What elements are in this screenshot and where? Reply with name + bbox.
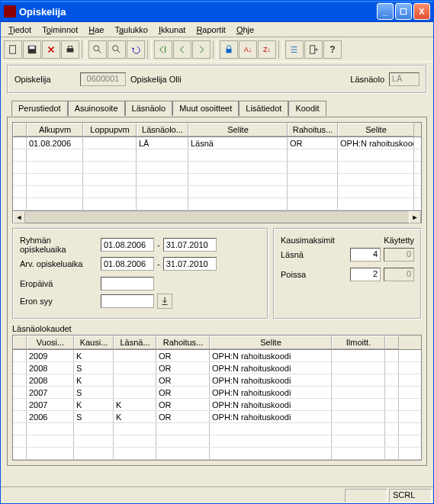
table-cell [114, 435, 156, 447]
delete-button[interactable] [42, 40, 60, 59]
table-cell [332, 362, 385, 374]
ryhma-from-input[interactable] [101, 238, 154, 252]
table-row[interactable] [13, 174, 421, 186]
column-header[interactable]: Rahoitus... [288, 123, 338, 136]
list-button[interactable] [285, 40, 304, 59]
column-header[interactable] [13, 123, 27, 136]
menu-raportit[interactable]: Raportit [191, 24, 230, 36]
column-header[interactable]: Ilmoitt. [332, 335, 385, 349]
column-header[interactable]: Rahoitus... [156, 335, 210, 349]
menu-toiminnot[interactable]: Toiminnot [37, 24, 82, 36]
column-header[interactable] [385, 335, 399, 349]
table-cell [338, 186, 414, 197]
help-button[interactable]: ? [323, 40, 342, 59]
table-cell [27, 198, 83, 210]
scroll-track[interactable] [25, 211, 409, 223]
menu-tiedot[interactable]: Tiedot [4, 24, 36, 36]
ryhma-label: Ryhmän opiskeluaika [20, 236, 98, 254]
table-row[interactable]: 01.08.2006LÄLäsnäOROPH:N rahoituskoodi [13, 137, 421, 149]
menu-taulukko[interactable]: Taulukko [110, 24, 152, 36]
new-button[interactable] [4, 40, 22, 59]
column-header[interactable]: Kausi... [74, 335, 114, 349]
maximize-button[interactable]: ☐ [395, 3, 412, 20]
lock-button[interactable] [220, 40, 238, 59]
arv-from-input[interactable] [101, 257, 154, 271]
periods-grid: Vuosi...Kausi...Läsnä...Rahoitus...Selit… [12, 335, 422, 461]
table-cell: OPH:N rahoituskoodi [210, 350, 332, 361]
table-row[interactable]: 2009KOROPH:N rahoituskoodi [13, 350, 421, 362]
first-button[interactable] [154, 40, 172, 59]
table-row[interactable]: 2008KOROPH:N rahoituskoodi [13, 374, 421, 387]
tab-perustiedot[interactable]: Perustiedot [11, 101, 68, 116]
table-cell [74, 423, 114, 435]
column-header[interactable]: Selite [338, 123, 414, 136]
table-row[interactable] [13, 448, 421, 460]
undo-button[interactable] [127, 40, 145, 59]
statusbar: SCRL [1, 486, 433, 503]
presence-code-field[interactable]: LÄ [389, 72, 420, 86]
grid-scrollbar[interactable]: ◄ ► [13, 210, 421, 223]
print-button[interactable] [61, 40, 79, 59]
ryhma-to-input[interactable] [163, 238, 217, 252]
zoom-out-button[interactable] [108, 40, 126, 59]
table-cell [332, 448, 385, 459]
arv-to-input[interactable] [163, 257, 217, 271]
table-cell: K [74, 399, 114, 410]
column-header[interactable]: Selite [210, 335, 332, 349]
table-cell [156, 448, 210, 459]
menu-hae[interactable]: Hae [84, 24, 108, 36]
student-id-field[interactable]: 0600001 [80, 72, 126, 86]
column-header[interactable] [13, 335, 27, 349]
scroll-right-button[interactable]: ► [409, 211, 421, 223]
column-header[interactable]: Vuosi... [27, 335, 74, 349]
table-cell [332, 423, 385, 435]
column-header[interactable]: Läsnäolo... [137, 123, 188, 136]
student-name: Opiskelija Olli [130, 75, 182, 84]
erosyy-lookup-button[interactable] [157, 294, 172, 309]
table-cell [114, 387, 156, 398]
table-cell [13, 162, 27, 173]
column-header[interactable]: Läsnä... [114, 335, 156, 349]
table-row[interactable]: 2007KKOROPH:N rahoituskoodi [13, 399, 421, 411]
column-header[interactable]: Alkupvm [27, 123, 83, 136]
tab-muut osoitteet[interactable]: Muut osoitteet [172, 101, 239, 116]
next-button[interactable] [192, 40, 211, 59]
scroll-left-button[interactable]: ◄ [13, 211, 25, 223]
table-row[interactable] [13, 149, 421, 162]
table-row[interactable] [13, 423, 421, 435]
column-header[interactable]: Selite [188, 123, 288, 136]
lasna-max-field[interactable]: 4 [350, 248, 381, 262]
close-button[interactable]: X [413, 3, 430, 20]
x-icon [46, 44, 56, 55]
sort-desc-button[interactable]: Z↓ [258, 40, 276, 59]
column-header[interactable]: Loppupvm [83, 123, 137, 136]
table-row[interactable] [13, 186, 421, 198]
menu-ohje[interactable]: Ohje [232, 24, 259, 36]
tab-lisätiedot[interactable]: Lisätiedot [239, 101, 288, 116]
minimize-button[interactable]: _ [377, 3, 394, 20]
sort-asc-button[interactable]: A↓ [239, 40, 257, 59]
lasna-used-field: 0 [384, 248, 414, 262]
table-cell: OPH:N rahoituskoodi [210, 374, 332, 386]
tab-koodit[interactable]: Koodit [288, 101, 326, 116]
eropv-input[interactable] [101, 277, 154, 291]
table-row[interactable] [13, 198, 421, 210]
save-button[interactable] [23, 40, 41, 59]
table-cell [332, 399, 385, 410]
table-row[interactable]: 2008SOROPH:N rahoituskoodi [13, 362, 421, 374]
tab-läsnäolo[interactable]: Läsnäolo [125, 101, 173, 116]
exit-button[interactable] [304, 40, 323, 59]
erosyy-input[interactable] [101, 294, 154, 308]
table-row[interactable] [13, 435, 421, 448]
table-cell: Läsnä [188, 137, 288, 149]
poissa-label: Poissa [281, 270, 347, 279]
poissa-max-field[interactable]: 2 [350, 268, 381, 281]
table-cell [114, 374, 156, 386]
table-row[interactable]: 2006SKOROPH:N rahoituskoodi [13, 411, 421, 423]
table-row[interactable] [13, 162, 421, 174]
zoom-in-button[interactable] [88, 40, 107, 59]
menu-ikkunat[interactable]: Ikkunat [154, 24, 190, 36]
table-row[interactable]: 2007SOROPH:N rahoituskoodi [13, 387, 421, 399]
prev-button[interactable] [173, 40, 191, 59]
tab-asuinosoite[interactable]: Asuinosoite [68, 101, 125, 116]
